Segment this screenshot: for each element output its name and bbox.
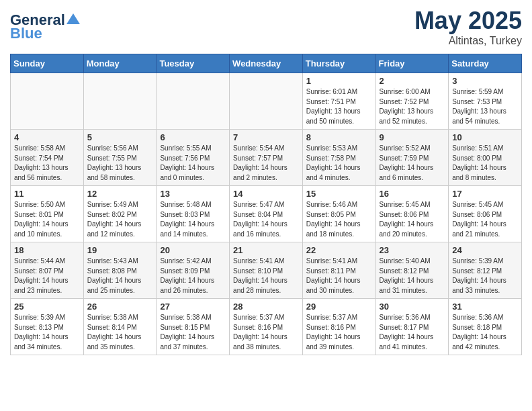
day-cell: 13Sunrise: 5:48 AM Sunset: 8:03 PM Dayli… bbox=[157, 186, 230, 242]
day-cell: 11Sunrise: 5:50 AM Sunset: 8:01 PM Dayli… bbox=[11, 186, 84, 242]
day-info: Sunrise: 5:36 AM Sunset: 8:17 PM Dayligh… bbox=[380, 313, 445, 352]
day-number: 24 bbox=[452, 245, 518, 255]
day-cell: 2Sunrise: 6:00 AM Sunset: 7:52 PM Daylig… bbox=[375, 73, 449, 130]
day-cell: 17Sunrise: 5:45 AM Sunset: 8:06 PM Dayli… bbox=[449, 186, 522, 242]
day-number: 7 bbox=[233, 132, 299, 142]
week-row-2: 4Sunrise: 5:58 AM Sunset: 7:54 PM Daylig… bbox=[11, 130, 522, 186]
day-cell: 1Sunrise: 6:01 AM Sunset: 7:51 PM Daylig… bbox=[302, 73, 375, 130]
day-info: Sunrise: 5:48 AM Sunset: 8:03 PM Dayligh… bbox=[160, 200, 226, 239]
day-info: Sunrise: 5:56 AM Sunset: 7:55 PM Dayligh… bbox=[87, 144, 153, 183]
day-info: Sunrise: 5:42 AM Sunset: 8:09 PM Dayligh… bbox=[160, 257, 226, 295]
day-number: 2 bbox=[380, 76, 445, 86]
title-section: May 2025 Altintas, Turkey bbox=[414, 7, 522, 47]
day-cell: 14Sunrise: 5:47 AM Sunset: 8:04 PM Dayli… bbox=[230, 186, 303, 242]
day-info: Sunrise: 5:37 AM Sunset: 8:16 PM Dayligh… bbox=[233, 313, 299, 352]
day-number: 25 bbox=[14, 302, 80, 312]
calendar-header: Sunday Monday Tuesday Wednesday Thursday… bbox=[11, 54, 522, 73]
header: General Blue May 2025 Altintas, Turkey bbox=[10, 7, 522, 47]
day-number: 20 bbox=[160, 245, 226, 255]
day-number: 12 bbox=[87, 189, 153, 199]
day-cell: 22Sunrise: 5:41 AM Sunset: 8:11 PM Dayli… bbox=[302, 242, 375, 299]
day-number: 18 bbox=[14, 245, 80, 255]
day-number: 13 bbox=[160, 189, 226, 199]
day-cell: 27Sunrise: 5:38 AM Sunset: 8:15 PM Dayli… bbox=[157, 299, 230, 355]
calendar-table: Sunday Monday Tuesday Wednesday Thursday… bbox=[10, 54, 522, 355]
logo-mark: General Blue bbox=[10, 11, 80, 42]
day-cell: 23Sunrise: 5:40 AM Sunset: 8:12 PM Dayli… bbox=[375, 242, 449, 299]
day-number: 23 bbox=[380, 245, 445, 255]
calendar-subtitle: Altintas, Turkey bbox=[414, 35, 522, 47]
day-info: Sunrise: 5:45 AM Sunset: 8:06 PM Dayligh… bbox=[452, 200, 518, 239]
day-number: 11 bbox=[14, 189, 80, 199]
day-info: Sunrise: 5:52 AM Sunset: 7:59 PM Dayligh… bbox=[380, 144, 445, 183]
day-cell: 4Sunrise: 5:58 AM Sunset: 7:54 PM Daylig… bbox=[11, 130, 84, 186]
week-row-5: 25Sunrise: 5:39 AM Sunset: 8:13 PM Dayli… bbox=[11, 299, 522, 355]
day-cell: 20Sunrise: 5:42 AM Sunset: 8:09 PM Dayli… bbox=[157, 242, 230, 299]
day-cell: 28Sunrise: 5:37 AM Sunset: 8:16 PM Dayli… bbox=[230, 299, 303, 355]
day-info: Sunrise: 5:44 AM Sunset: 8:07 PM Dayligh… bbox=[14, 257, 80, 295]
day-cell: 15Sunrise: 5:46 AM Sunset: 8:05 PM Dayli… bbox=[302, 186, 375, 242]
day-info: Sunrise: 5:41 AM Sunset: 8:10 PM Dayligh… bbox=[233, 257, 299, 295]
day-number: 4 bbox=[14, 132, 80, 142]
day-number: 16 bbox=[380, 189, 445, 199]
day-cell: 31Sunrise: 5:36 AM Sunset: 8:18 PM Dayli… bbox=[449, 299, 522, 355]
day-info: Sunrise: 5:40 AM Sunset: 8:12 PM Dayligh… bbox=[380, 257, 445, 295]
day-info: Sunrise: 5:36 AM Sunset: 8:18 PM Dayligh… bbox=[452, 313, 518, 352]
day-cell: 3Sunrise: 5:59 AM Sunset: 7:53 PM Daylig… bbox=[449, 73, 522, 130]
header-wednesday: Wednesday bbox=[230, 54, 303, 73]
day-info: Sunrise: 5:49 AM Sunset: 8:02 PM Dayligh… bbox=[87, 200, 153, 239]
day-cell bbox=[157, 73, 230, 130]
day-info: Sunrise: 5:46 AM Sunset: 8:05 PM Dayligh… bbox=[306, 200, 372, 239]
day-info: Sunrise: 5:55 AM Sunset: 7:56 PM Dayligh… bbox=[160, 144, 226, 183]
day-info: Sunrise: 5:51 AM Sunset: 8:00 PM Dayligh… bbox=[452, 144, 518, 183]
day-info: Sunrise: 5:43 AM Sunset: 8:08 PM Dayligh… bbox=[87, 257, 153, 295]
day-number: 21 bbox=[233, 245, 299, 255]
week-row-4: 18Sunrise: 5:44 AM Sunset: 8:07 PM Dayli… bbox=[11, 242, 522, 299]
day-info: Sunrise: 5:50 AM Sunset: 8:01 PM Dayligh… bbox=[14, 200, 80, 239]
logo-text-blue: Blue bbox=[10, 25, 42, 42]
logo: General Blue bbox=[10, 11, 80, 42]
day-info: Sunrise: 5:38 AM Sunset: 8:15 PM Dayligh… bbox=[160, 313, 226, 352]
day-info: Sunrise: 5:47 AM Sunset: 8:04 PM Dayligh… bbox=[233, 200, 299, 239]
header-sunday: Sunday bbox=[11, 54, 84, 73]
week-row-1: 1Sunrise: 6:01 AM Sunset: 7:51 PM Daylig… bbox=[11, 73, 522, 130]
day-number: 22 bbox=[306, 245, 372, 255]
day-info: Sunrise: 5:39 AM Sunset: 8:13 PM Dayligh… bbox=[14, 313, 80, 352]
header-saturday: Saturday bbox=[449, 54, 522, 73]
calendar-body: 1Sunrise: 6:01 AM Sunset: 7:51 PM Daylig… bbox=[11, 73, 522, 355]
day-info: Sunrise: 5:54 AM Sunset: 7:57 PM Dayligh… bbox=[233, 144, 299, 183]
header-tuesday: Tuesday bbox=[157, 54, 230, 73]
day-cell: 6Sunrise: 5:55 AM Sunset: 7:56 PM Daylig… bbox=[157, 130, 230, 186]
header-friday: Friday bbox=[375, 54, 449, 73]
day-number: 29 bbox=[306, 302, 372, 312]
day-number: 28 bbox=[233, 302, 299, 312]
day-cell: 16Sunrise: 5:45 AM Sunset: 8:06 PM Dayli… bbox=[375, 186, 449, 242]
calendar-title: May 2025 bbox=[414, 7, 522, 35]
day-number: 14 bbox=[233, 189, 299, 199]
day-number: 6 bbox=[160, 132, 226, 142]
day-cell: 26Sunrise: 5:38 AM Sunset: 8:14 PM Dayli… bbox=[83, 299, 157, 355]
day-number: 5 bbox=[87, 132, 153, 142]
day-number: 26 bbox=[87, 302, 153, 312]
day-number: 9 bbox=[380, 132, 445, 142]
day-cell: 19Sunrise: 5:43 AM Sunset: 8:08 PM Dayli… bbox=[83, 242, 157, 299]
header-row: Sunday Monday Tuesday Wednesday Thursday… bbox=[11, 54, 522, 73]
day-cell: 21Sunrise: 5:41 AM Sunset: 8:10 PM Dayli… bbox=[230, 242, 303, 299]
day-number: 1 bbox=[306, 76, 372, 86]
page: General Blue May 2025 Altintas, Turkey S… bbox=[0, 0, 532, 362]
header-monday: Monday bbox=[83, 54, 157, 73]
day-cell: 25Sunrise: 5:39 AM Sunset: 8:13 PM Dayli… bbox=[11, 299, 84, 355]
day-info: Sunrise: 5:59 AM Sunset: 7:53 PM Dayligh… bbox=[452, 87, 518, 126]
day-info: Sunrise: 5:37 AM Sunset: 8:16 PM Dayligh… bbox=[306, 313, 372, 352]
day-info: Sunrise: 5:58 AM Sunset: 7:54 PM Dayligh… bbox=[14, 144, 80, 183]
day-cell: 8Sunrise: 5:53 AM Sunset: 7:58 PM Daylig… bbox=[302, 130, 375, 186]
day-cell: 7Sunrise: 5:54 AM Sunset: 7:57 PM Daylig… bbox=[230, 130, 303, 186]
day-info: Sunrise: 5:39 AM Sunset: 8:12 PM Dayligh… bbox=[452, 257, 518, 295]
day-info: Sunrise: 5:45 AM Sunset: 8:06 PM Dayligh… bbox=[380, 200, 445, 239]
day-number: 19 bbox=[87, 245, 153, 255]
day-cell: 30Sunrise: 5:36 AM Sunset: 8:17 PM Dayli… bbox=[375, 299, 449, 355]
day-number: 31 bbox=[452, 302, 518, 312]
day-info: Sunrise: 5:41 AM Sunset: 8:11 PM Dayligh… bbox=[306, 257, 372, 295]
day-number: 17 bbox=[452, 189, 518, 199]
day-number: 3 bbox=[452, 76, 518, 86]
